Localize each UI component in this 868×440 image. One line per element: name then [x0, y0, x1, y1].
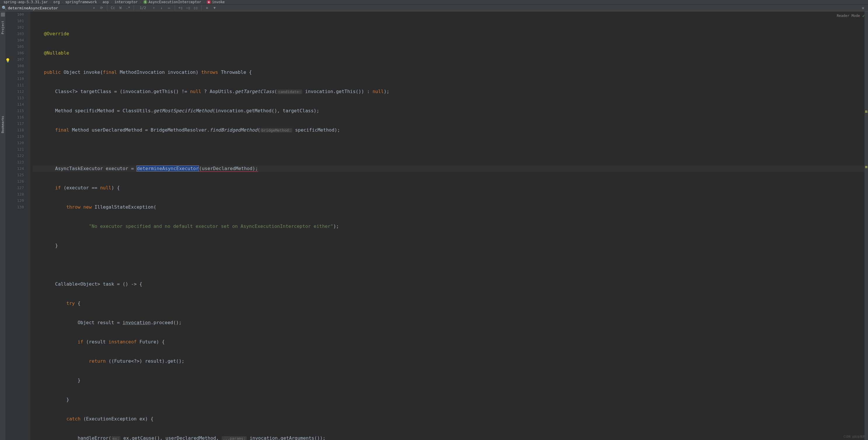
next-match-icon[interactable]: ↓ [158, 5, 165, 11]
line-number: 123 [6, 159, 24, 166]
crumb-method[interactable]: minvoke [206, 0, 226, 4]
line-number: 121 [6, 146, 24, 153]
watermark: CSDN @简放视野 [843, 435, 866, 439]
line-number: 118 [6, 127, 24, 133]
add-selection-icon[interactable]: +▯ [177, 5, 184, 11]
line-number: 109 [6, 69, 24, 76]
toggle-icon[interactable]: ≡ [204, 5, 210, 11]
class-icon: C [143, 0, 147, 4]
line-number: 120 [6, 140, 24, 146]
line-number: 104 [6, 37, 24, 43]
line-number: 112 [6, 88, 24, 95]
crumb-interceptor[interactable]: interceptor [113, 0, 138, 4]
crumb-class[interactable]: CAsyncExecutionInterceptor [142, 0, 203, 4]
close-find-icon[interactable]: × [860, 5, 866, 11]
crumb-org[interactable]: org [52, 0, 61, 4]
line-number: 101 [6, 18, 24, 24]
crumb-aop[interactable]: aop [101, 0, 110, 4]
regex-button[interactable]: .* [125, 5, 131, 11]
line-number: 110 [6, 76, 24, 82]
line-number: 106 [6, 50, 24, 56]
prev-match-icon[interactable]: ↑ [151, 5, 157, 11]
crumb-sf[interactable]: springframework [64, 0, 98, 4]
intention-bulb-icon[interactable]: 💡 [5, 57, 9, 61]
line-number: 105 [6, 43, 24, 50]
left-tool-strip: Project Bookmarks Structure [0, 11, 6, 440]
code-editor[interactable]: Reader Mode ✓ @Override @Nullable public… [30, 11, 868, 440]
line-number: 116 [6, 114, 24, 120]
line-number: 113 [6, 95, 24, 101]
remove-selection-icon[interactable]: −▯ [185, 5, 191, 11]
line-number: 117 [6, 120, 24, 127]
line-number: 125 [6, 172, 24, 178]
project-tool-button[interactable]: Project [0, 19, 5, 36]
line-number: 122 [6, 153, 24, 159]
line-gutter: 100 101 102 103 104 105 106 💡107 108 109… [6, 11, 26, 440]
line-number: 119 [6, 133, 24, 140]
line-number: 130 [6, 204, 24, 210]
line-number: 111 [6, 82, 24, 88]
bookmarks-tool-button[interactable]: Bookmarks [0, 114, 5, 135]
match-count: 1/2 [140, 6, 146, 10]
error-stripe[interactable] [865, 11, 868, 440]
select-all-icon[interactable]: ▭ [166, 5, 173, 11]
reader-mode-button[interactable]: Reader Mode [837, 12, 860, 19]
history-icon[interactable]: ⟳ [98, 5, 105, 11]
line-number: 127 [6, 185, 24, 191]
crumb-jar[interactable]: spring-aop-5.3.31.jar [2, 0, 49, 4]
method-icon: m [207, 0, 211, 4]
line-number: 102 [6, 24, 24, 31]
clear-search-icon[interactable]: × [91, 5, 97, 11]
line-number: 114 [6, 101, 24, 108]
breadcrumbs: spring-aop-5.3.31.jar› org› springframew… [0, 0, 868, 4]
find-bar: 🔍 × ⟳ Cc W .* 1/2 ↑ ↓ ▭ +▯ −▯ ▯▯ ≡ ▼ × [0, 5, 868, 11]
line-number: 128 [6, 191, 24, 198]
search-icon: 🔍 [2, 5, 7, 10]
line-number: 115 [6, 108, 24, 114]
fold-column[interactable] [26, 11, 30, 440]
select-occurrences-icon[interactable]: ▯▯ [192, 5, 199, 11]
line-number: 126 [6, 178, 24, 185]
line-number: 124 [6, 166, 24, 172]
search-input[interactable] [8, 6, 90, 10]
match-case-button[interactable]: Cc [110, 5, 116, 11]
line-number: 108 [6, 63, 24, 69]
line-number: 103 [6, 31, 24, 37]
line-number: 100 [6, 11, 24, 18]
line-number: 129 [6, 198, 24, 204]
line-number: 💡107 [6, 56, 24, 63]
project-tool-icon[interactable] [1, 12, 5, 17]
whole-word-button[interactable]: W [117, 5, 124, 11]
filter-icon[interactable]: ▼ [212, 5, 218, 11]
